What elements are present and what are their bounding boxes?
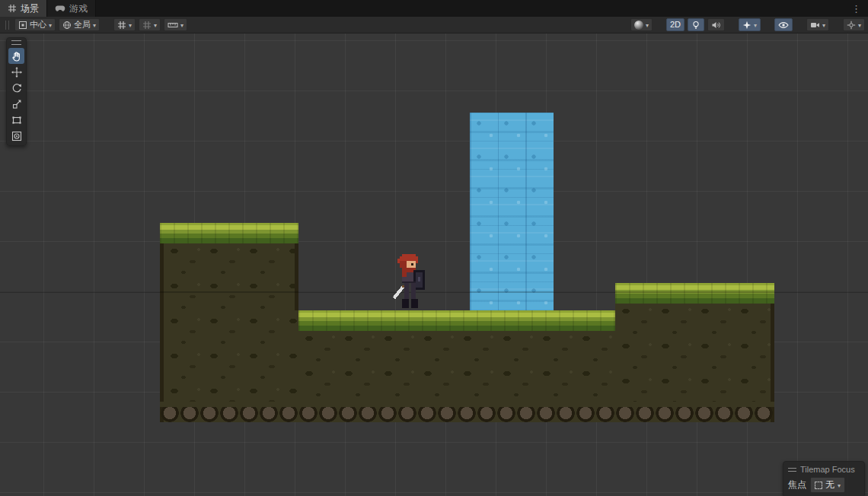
tab-game-label: 游戏 (69, 2, 88, 15)
scene-audio-toggle[interactable] (707, 18, 725, 31)
focus-value: 无 (825, 479, 834, 491)
focus-label: 焦点 (788, 479, 806, 491)
chevron-down-icon: ▾ (858, 23, 861, 29)
pivot-icon (18, 21, 27, 30)
orientation-label: 全局 (74, 21, 91, 29)
eye-icon (778, 21, 789, 30)
grid-icon (117, 21, 126, 30)
terrain-bottom-stones[interactable] (160, 402, 774, 424)
rotate-icon (11, 82, 23, 94)
overlay-handle-icon[interactable] (11, 40, 21, 45)
tabbar-more-menu[interactable]: ⋮ (844, 0, 868, 17)
chevron-down-icon: ▾ (129, 23, 132, 29)
dashed-rect-icon (815, 482, 822, 489)
pivot-label: 中心 (30, 21, 46, 29)
chevron-down-icon: ▾ (754, 23, 757, 29)
snap-increment-dropdown[interactable]: ▾ (164, 18, 187, 31)
scene-lighting-toggle[interactable] (688, 18, 704, 31)
more-icon: ⋮ (851, 3, 861, 14)
scene-toolbar: 中心 ▾ 全局 ▾ ▾ ▾ ▾ (0, 17, 868, 33)
ground-middle-grass[interactable] (298, 310, 617, 331)
tab-game[interactable]: 游戏 (47, 0, 96, 17)
shading-mode-dropdown[interactable]: ▾ (630, 18, 653, 31)
unity-editor-window: 场景 游戏 ⋮ 中心 ▾ 全局 ▾ (0, 0, 868, 496)
chevron-down-icon: ▾ (180, 23, 183, 29)
player-character-sprite[interactable] (393, 254, 425, 310)
gamepad-icon (55, 5, 65, 12)
tool-rotate[interactable] (8, 80, 24, 96)
chevron-down-icon: ▾ (822, 23, 825, 29)
scene-grid-icon (8, 4, 17, 13)
tab-scene[interactable]: 场景 (0, 0, 47, 17)
platform-left-dirt[interactable] (160, 243, 298, 422)
scene-visibility-toggle[interactable] (774, 18, 793, 31)
view-tabbar: 场景 游戏 ⋮ (0, 0, 868, 17)
orientation-dropdown[interactable]: 全局 ▾ (59, 18, 100, 31)
tool-move[interactable] (8, 64, 24, 80)
tilemap-focus-title: Tilemap Focus (800, 465, 855, 474)
tool-scale[interactable] (8, 96, 24, 112)
waterfall-tilemap[interactable] (470, 113, 554, 310)
platform-step-edge (295, 243, 298, 310)
toolbar-right-group: ▾ 2D ▾ (630, 18, 865, 31)
camera-settings-dropdown[interactable]: ▾ (806, 18, 829, 31)
lightbulb-icon (691, 21, 700, 30)
toolbar-grip-icon[interactable] (5, 21, 9, 30)
chevron-down-icon: ▾ (93, 23, 96, 29)
tool-transform[interactable] (8, 128, 24, 144)
camera-icon (810, 21, 820, 30)
rect-tool-icon (11, 114, 23, 126)
grid-axis-line (0, 291, 868, 293)
tool-view-hand[interactable] (8, 48, 24, 64)
chevron-down-icon: ▾ (49, 23, 52, 29)
platform-left-grass[interactable] (160, 223, 298, 243)
chevron-down-icon: ▾ (838, 483, 841, 489)
transform-tool-icon (11, 130, 23, 142)
chevron-down-icon: ▾ (154, 23, 157, 29)
pivot-dropdown[interactable]: 中心 ▾ (14, 18, 56, 31)
grid-visual-dropdown[interactable]: ▾ (113, 18, 136, 31)
globe-icon (62, 21, 72, 30)
chevron-down-icon: ▾ (646, 23, 649, 29)
sparkle-icon (742, 21, 752, 30)
ruler-icon (168, 21, 178, 30)
gizmo-icon (847, 21, 856, 30)
focus-dropdown[interactable]: 无 ▾ (810, 477, 845, 493)
grid-snap-dropdown[interactable]: ▾ (139, 18, 161, 31)
move-icon (11, 66, 23, 78)
effects-dropdown[interactable]: ▾ (739, 18, 761, 31)
tool-rect[interactable] (8, 112, 24, 128)
mode-2d-toggle[interactable]: 2D (666, 18, 685, 31)
speaker-icon (711, 21, 721, 30)
grid-snap-icon (142, 21, 152, 30)
tilemap-focus-header: Tilemap Focus (788, 465, 860, 474)
shaded-sphere-icon (634, 21, 643, 30)
platform-right-grass[interactable] (615, 283, 774, 304)
tab-scene-label: 场景 (21, 2, 39, 15)
scene-viewport[interactable]: Tilemap Focus 焦点 无 ▾ (0, 33, 868, 496)
scale-icon (11, 98, 23, 110)
tilemap-focus-overlay: Tilemap Focus 焦点 无 ▾ (783, 461, 865, 496)
gizmos-dropdown[interactable]: ▾ (843, 18, 865, 31)
hand-icon (11, 50, 23, 62)
tools-overlay-palette (6, 37, 27, 146)
mode-2d-label: 2D (670, 21, 681, 29)
overlay-handle-icon[interactable] (788, 468, 796, 472)
tilemap-focus-row: 焦点 无 ▾ (788, 477, 860, 493)
